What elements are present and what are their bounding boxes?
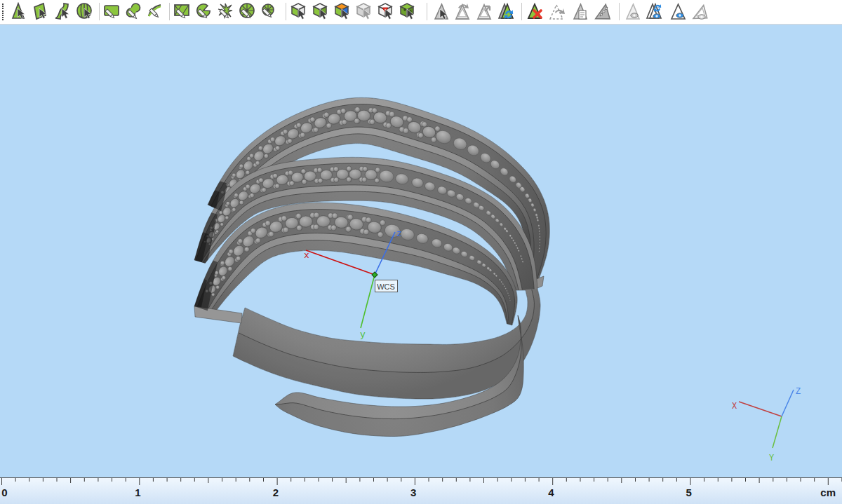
svg-text:5: 5: [686, 486, 692, 498]
svg-text:y: y: [360, 329, 366, 340]
svg-text:z: z: [396, 229, 402, 239]
svg-text:0: 0: [1, 486, 7, 498]
svg-text:X: X: [732, 402, 737, 411]
svg-text:4: 4: [548, 486, 554, 498]
svg-text:Z: Z: [796, 387, 801, 397]
svg-text:3: 3: [410, 486, 416, 498]
svg-text:WCS: WCS: [377, 282, 395, 291]
svg-text:Y: Y: [769, 454, 774, 463]
svg-text:cm: cm: [820, 486, 836, 498]
svg-text:x: x: [304, 250, 309, 261]
svg-text:2: 2: [273, 486, 279, 498]
svg-text:1: 1: [135, 486, 140, 498]
